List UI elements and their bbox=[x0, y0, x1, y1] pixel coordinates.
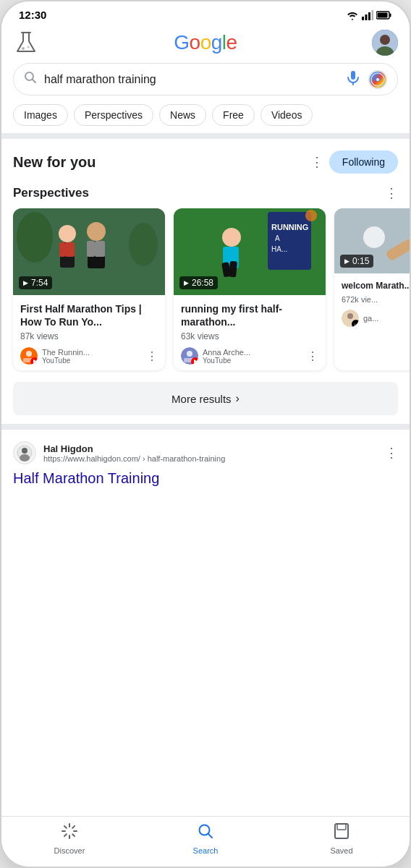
channel-platform-2: YouTube bbox=[203, 357, 250, 365]
video-info-1: First Half Marathon Tips | How To Run Yo… bbox=[13, 295, 165, 370]
chip-images[interactable]: Images bbox=[13, 104, 68, 126]
search-bar[interactable]: half marathon training bbox=[13, 63, 398, 95]
channel-name-wrap-2: Anna Arche... YouTube bbox=[203, 348, 250, 365]
svg-point-35 bbox=[222, 228, 241, 247]
nav-search[interactable]: Search bbox=[137, 822, 274, 855]
status-icons bbox=[346, 10, 392, 20]
more-options-icon[interactable]: ⋮ bbox=[310, 154, 323, 170]
result-more-icon[interactable]: ⋮ bbox=[385, 445, 398, 461]
saved-label: Saved bbox=[330, 846, 352, 855]
svg-point-8 bbox=[22, 47, 25, 50]
svg-rect-5 bbox=[390, 13, 391, 17]
video-card-1[interactable]: ▶ 7:54 First Half Marathon Tips | How To… bbox=[13, 208, 165, 370]
svg-point-26 bbox=[87, 222, 106, 241]
search-icon bbox=[24, 71, 37, 88]
wifi-icon bbox=[346, 10, 359, 20]
filter-chips: Images Perspectives News Free Videos bbox=[1, 104, 410, 133]
battery-icon bbox=[376, 11, 392, 20]
svg-text:♪: ♪ bbox=[354, 322, 356, 326]
chip-free[interactable]: Free bbox=[212, 104, 255, 126]
lens-icon[interactable] bbox=[368, 70, 387, 89]
svg-text:HA...: HA... bbox=[271, 245, 287, 253]
bottom-nav: Discover Search Saved bbox=[1, 816, 410, 867]
svg-rect-29 bbox=[95, 241, 105, 257]
video-title-1: First Half Marathon Tips | How To Run Yo… bbox=[20, 302, 158, 328]
video-info-2: running my first half-marathon... 63k vi… bbox=[174, 295, 326, 370]
video-views-3: 672k vie... bbox=[342, 295, 410, 304]
youtube-badge-1 bbox=[30, 357, 38, 365]
google-logo: Google bbox=[174, 31, 237, 54]
youtube-badge-2 bbox=[191, 357, 198, 365]
lab-icon[interactable] bbox=[13, 30, 39, 56]
mic-icon[interactable] bbox=[345, 69, 361, 89]
nav-saved[interactable]: Saved bbox=[274, 822, 410, 855]
channel-info-3: ♪ ga... bbox=[342, 310, 378, 327]
svg-point-49 bbox=[363, 226, 385, 248]
status-bar: 12:30 bbox=[1, 1, 410, 24]
discover-icon bbox=[61, 822, 78, 844]
svg-point-45 bbox=[187, 351, 192, 357]
svg-point-56 bbox=[20, 454, 30, 461]
chip-perspectives[interactable]: Perspectives bbox=[74, 104, 153, 126]
result-url: https://www.halhigdon.com/ › half-marath… bbox=[43, 454, 378, 463]
video-channel-1: The Runnin... YouTube ⋮ bbox=[20, 347, 158, 365]
channel-platform-1: YouTube bbox=[42, 357, 90, 365]
new-for-you-title: New for you bbox=[13, 154, 96, 171]
channel-logo-3: ♪ bbox=[342, 310, 359, 327]
result-divider bbox=[1, 424, 410, 430]
perspectives-title: Perspectives bbox=[13, 186, 89, 200]
svg-rect-68 bbox=[337, 824, 346, 830]
video-channel-3: ♪ ga... bbox=[342, 310, 410, 327]
svg-point-31 bbox=[26, 351, 32, 357]
svg-point-20 bbox=[17, 212, 53, 263]
perspectives-more-icon[interactable]: ⋮ bbox=[385, 185, 398, 201]
svg-rect-25 bbox=[65, 242, 75, 257]
chip-news[interactable]: News bbox=[159, 104, 206, 126]
video-duration-3: ▶ 0:15 bbox=[340, 255, 373, 268]
svg-point-9 bbox=[27, 46, 30, 48]
video-card-3[interactable]: ▶ 0:15 welcom Marath... 672k vie... bbox=[334, 208, 410, 370]
main-content: New for you ⋮ Following Perspectives ⋮ bbox=[1, 139, 410, 816]
svg-rect-0 bbox=[362, 17, 364, 20]
svg-line-61 bbox=[64, 826, 67, 828]
avatar[interactable] bbox=[372, 30, 398, 56]
perspectives-header: Perspectives ⋮ bbox=[1, 179, 410, 208]
video-cards-list: ▶ 7:54 First Half Marathon Tips | How To… bbox=[1, 208, 410, 379]
signal-icon bbox=[362, 10, 373, 20]
play-icon: ▶ bbox=[23, 279, 28, 286]
video-card-2[interactable]: RUNNING A HA... ▶ 26:58 running my first… bbox=[174, 208, 326, 370]
svg-text:A: A bbox=[275, 234, 280, 242]
more-results-button[interactable]: More results › bbox=[13, 382, 398, 415]
video-views-1: 87k views bbox=[20, 331, 158, 341]
following-button[interactable]: Following bbox=[329, 150, 398, 174]
svg-line-66 bbox=[208, 834, 213, 838]
search-query: half marathon training bbox=[44, 73, 338, 86]
svg-line-14 bbox=[33, 80, 36, 83]
channel-name-3: ga... bbox=[363, 314, 378, 323]
svg-point-52 bbox=[347, 313, 353, 319]
channel-name-1: The Runnin... bbox=[42, 348, 90, 357]
svg-rect-6 bbox=[378, 12, 388, 17]
svg-point-11 bbox=[380, 35, 390, 45]
video-title-3: welcom Marath... bbox=[342, 281, 410, 292]
card-more-1[interactable]: ⋮ bbox=[146, 349, 158, 363]
svg-point-18 bbox=[376, 78, 379, 81]
video-thumb-2: RUNNING A HA... ▶ 26:58 bbox=[174, 208, 326, 295]
video-duration-1: ▶ 7:54 bbox=[19, 276, 52, 289]
video-thumb-3: ▶ 0:15 bbox=[334, 208, 410, 273]
result-favicon bbox=[13, 441, 36, 464]
chip-videos[interactable]: Videos bbox=[260, 104, 313, 126]
nav-discover[interactable]: Discover bbox=[1, 822, 137, 855]
card-more-2[interactable]: ⋮ bbox=[307, 349, 318, 363]
result-title[interactable]: Half Marathon Training bbox=[13, 469, 398, 488]
discover-label: Discover bbox=[54, 846, 85, 855]
svg-rect-1 bbox=[365, 14, 368, 20]
search-result-1[interactable]: Hal Higdon https://www.halhigdon.com/ › … bbox=[1, 430, 410, 499]
svg-marker-47 bbox=[194, 359, 198, 364]
result-source: Hal Higdon https://www.halhigdon.com/ › … bbox=[13, 441, 398, 464]
video-views-2: 63k views bbox=[181, 331, 318, 341]
search-nav-icon bbox=[197, 822, 214, 844]
svg-line-63 bbox=[72, 826, 75, 828]
svg-point-22 bbox=[59, 225, 76, 242]
svg-line-64 bbox=[64, 834, 67, 836]
